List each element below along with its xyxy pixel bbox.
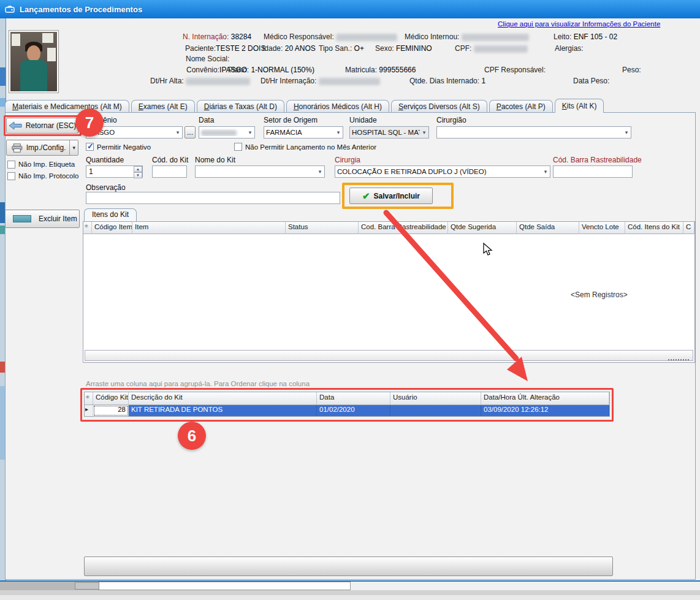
tab-exames[interactable]: Exames (Alt E) [131,100,195,113]
nome-do-kit-label: Nome do Kit [195,156,235,164]
field-medico-internou: Médico Internou: [405,32,529,41]
taskbar-strip [0,590,700,595]
observacao-input[interactable] [86,192,340,204]
cell-usuario[interactable] [390,405,481,416]
tab-pacotes[interactable]: Pacotes (Alt P) [489,100,553,113]
retornar-button[interactable]: Retornar (ESC) [6,118,78,134]
excluir-item-button[interactable]: Excluir Item [5,210,80,228]
imp-config-dropdown[interactable]: ▾ [69,140,78,155]
salvar-incluir-button[interactable]: ✔ Salvar/Incluir [349,188,433,204]
cod-barra-rastreabilidade-label: Cód. Barra Rastreabilidade [553,156,642,164]
cell-data-hora-alteracao[interactable]: 03/09/2020 12:26:12 [481,405,609,416]
redacted-medico-internou [462,34,529,41]
nome-do-kit-combo[interactable]: ▾ [195,165,325,178]
nao-imp-protocolo-checkbox[interactable] [7,172,15,180]
column-header-qtde-sugerida[interactable]: Qtde Sugerida [448,222,517,234]
tab-materiais-medicamentos[interactable]: Materiais e Medicamentos (Alt M) [5,100,129,113]
field-dt-hr-internacao: Dt/Hr Internação: [261,77,380,85]
quantidade-label: Quantidade [86,156,124,164]
kits-grid-header: ✳ Código Kits Descrição do Kit Data Usuá… [85,392,609,405]
field-data-peso: Data Peso: [573,77,609,85]
column-header-status[interactable]: Status [286,222,359,234]
bottom-scrollbar-thumb[interactable] [75,582,99,590]
itens-grid-header: ✳ Código Item Item Status Cod. Barra Ras… [83,222,694,234]
cirurgia-combo[interactable]: COLOCAÇÃO E RETIRADA DUPLO J (VÍDEO)▾ [335,165,550,178]
chevron-down-icon[interactable]: ▾ [316,169,324,175]
permitir-negativo-checkbox[interactable] [86,143,94,151]
imp-config-button[interactable]: Imp./Config. ▾ [6,140,78,156]
cod-do-kit-input[interactable] [152,165,187,178]
nao-permitir-mes-anterior-checkbox[interactable] [234,143,242,151]
data-combo[interactable]: ▾ [199,126,255,139]
annotation-badge-7: 7 [75,108,104,137]
taskbar-strip-light [0,595,700,600]
group-by-hint: Arraste uma coluna aqui para agrupá-la. … [86,380,310,387]
cirurgiao-label: Cirurgião [436,116,466,124]
chevron-down-icon[interactable]: ▾ [334,129,343,135]
field-sexo: Sexo: FEMININO [375,44,432,53]
kits-grid-row-selected[interactable]: ▸ 28 KIT RETIRADA DE PONTOS 01/02/2020 0… [85,405,609,416]
select-all-cell[interactable]: ✳ [85,392,93,405]
tab-kits[interactable]: Kits (Alt K) [555,99,604,113]
field-plano: Plano: 1-NORMAL (150%) [228,66,314,74]
redacted-data [201,130,237,136]
cod-barra-rastreabilidade-input[interactable] [553,165,633,178]
column-header-data-hora-alteracao[interactable]: Data/Hora Últ. Alteração [481,392,609,405]
field-leito: Leito: ENF 105 - 02 [554,32,617,41]
tab-itens-do-kit[interactable]: Itens do Kit [84,208,137,221]
column-header-codigo-kits[interactable]: Código Kits [93,392,129,405]
column-header-data[interactable]: Data [317,392,390,405]
spin-up-icon[interactable]: ▲ [134,166,142,172]
column-header-qtde-saida[interactable]: Qtde Saída [517,222,579,234]
tab-diarias-taxas[interactable]: Diárias e Taxas (Alt D) [197,100,284,113]
nao-imp-etiqueta-checkbox[interactable] [7,161,15,169]
redacted-cpf [474,45,528,53]
column-header-item[interactable]: Item [132,222,286,234]
nao-imp-etiqueta-label: Não Imp. Etiqueta [18,161,75,168]
quantidade-stepper[interactable]: 1 ▲▼ [86,165,143,178]
nao-imp-protocolo-label: Não Imp. Protocolo [18,172,78,180]
chevron-down-icon[interactable]: ▾ [541,169,550,175]
redacted-medico-responsavel [336,34,397,41]
tab-servicos-diversos[interactable]: Serviços Diversos (Alt S) [391,100,487,113]
unidade-combo[interactable]: HOSPITAL SQL - MATR▾ [349,126,429,139]
field-idade: Idade: 20 ANOS [262,44,316,53]
chevron-down-icon[interactable]: ▾ [622,129,631,135]
field-nome-social: Nome Social: [186,55,229,63]
chevron-down-icon: ▾ [72,145,75,151]
cell-descricao-kit[interactable]: KIT RETIRADA DE PONTOS [129,405,317,416]
column-header-vencto-lote[interactable]: Vencto Lote [579,222,625,234]
setor-origem-label: Setor de Origem [264,116,318,124]
column-header-codigo-item[interactable]: Código Item [92,222,132,234]
column-header-cod-itens-kit[interactable]: Cód. Itens do Kit [625,222,683,234]
cirurgiao-combo[interactable]: ▾ [436,126,631,139]
cell-data[interactable]: 01/02/2020 [317,405,390,416]
chevron-down-icon[interactable]: ▾ [173,129,182,135]
chevron-down-icon[interactable]: ▾ [246,129,254,135]
title-bar[interactable]: Lançamentos de Procedimentos [0,0,700,18]
splitter-grip[interactable] [668,359,689,360]
chevron-down-icon[interactable]: ▾ [420,129,428,135]
itens-grid-hscrollbar[interactable] [85,350,693,361]
n-internacao-value: 38284 [231,32,251,41]
column-header-usuario[interactable]: Usuário [390,392,481,405]
column-header-descricao-kit[interactable]: Descrição do Kit [129,392,317,405]
cod-do-kit-label: Cód. do Kit [152,156,188,164]
field-paciente: Paciente:TESTE 2 DOIS [185,44,265,53]
permitir-negativo-label: Permitir Negativo [97,143,151,151]
select-all-cell[interactable]: ✳ [83,222,92,234]
tab-honorarios-medicos[interactable]: Honorários Médicos (Alt H) [286,100,389,113]
patient-info-link[interactable]: Clique aqui para visualizar Informações … [498,20,660,28]
column-header-cut[interactable]: C [683,222,694,234]
cell-codigo-kits[interactable]: 28 [93,405,129,416]
excluir-item-icon [13,215,31,222]
spin-down-icon[interactable]: ▼ [134,172,142,178]
column-header-cod-barra[interactable]: Cod. Barra Rastreabilidade [359,222,448,234]
app-phone-icon [5,4,15,14]
field-medico-responsavel: Médico Responsável: [264,32,397,41]
convenio-ellipsis-button[interactable]: ... [185,126,196,139]
patient-photo [9,30,59,93]
app-window: Lançamentos de Procedimentos Clique aqui… [0,0,700,600]
bottom-scrollbar-track[interactable] [98,582,351,590]
setor-origem-combo[interactable]: FARMÁCIA▾ [264,126,343,139]
